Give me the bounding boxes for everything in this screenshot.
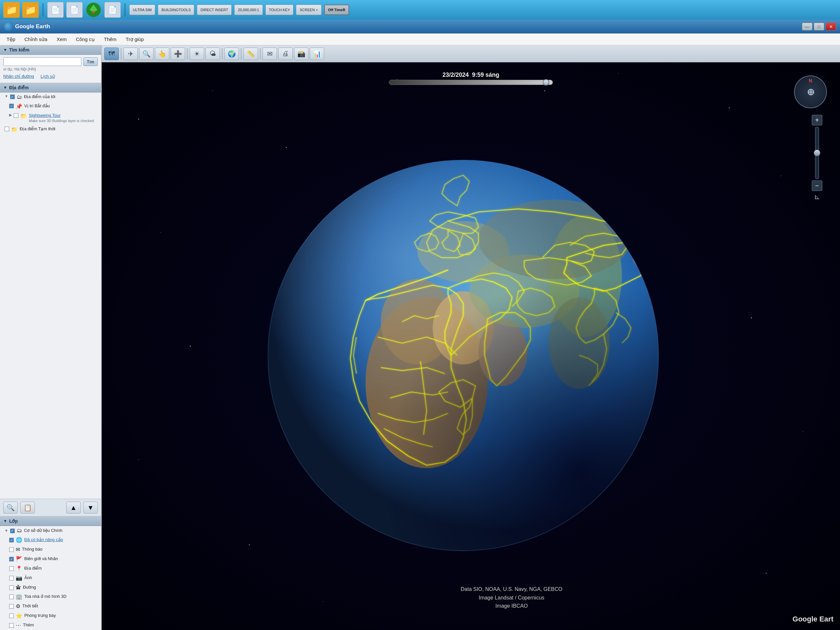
sunlight-button[interactable]: ☀ [189, 47, 204, 60]
upgrade-label[interactable]: Đã có bản nâng cấp [24, 537, 98, 543]
search-section-header[interactable]: ▼ Tìm kiếm [0, 45, 101, 55]
weather-checkbox[interactable] [9, 604, 14, 609]
compass-circle[interactable]: N ⊕ [794, 76, 827, 108]
photos-checkbox[interactable] [9, 576, 14, 581]
history-link[interactable]: Lịch sử [41, 74, 55, 79]
placemark-button[interactable]: ➕ [171, 47, 185, 60]
menu-edit[interactable]: Chỉnh sửa [21, 35, 52, 44]
taskbar-folder-icon-1[interactable]: 📁 [3, 2, 20, 18]
menu-file[interactable]: Tệp [3, 35, 19, 44]
start-location-item[interactable]: ✓ 📌 Vị trí Bắt đầu [0, 102, 101, 111]
roads-item[interactable]: 🛣 Đường [0, 583, 101, 592]
photos-item[interactable]: 📷 Ảnh [0, 573, 101, 583]
temp-places-checkbox[interactable] [5, 127, 9, 131]
more-item[interactable]: ⋯ Thêm [0, 621, 101, 630]
zoom-out-button[interactable]: − [812, 180, 822, 191]
move-down-button[interactable]: ▼ [83, 502, 98, 513]
taskbar-folder-icon-2[interactable]: 📁 [22, 2, 39, 18]
street-view-link[interactable]: Nhãn chỉ đường [3, 74, 34, 79]
my-places-item[interactable]: ▼ ✓ 🗂 Địa điểm của tôi [0, 93, 101, 102]
places-section-header[interactable]: ▼ Địa điểm [0, 83, 101, 93]
menu-help[interactable]: Trợ giúp [122, 35, 148, 44]
upgrade-item[interactable]: ✓ 🌐 Đã có bản nâng cấp [0, 535, 101, 545]
notifications-checkbox[interactable] [9, 547, 14, 552]
capture-button[interactable]: 📸 [294, 47, 308, 60]
taskbar-doc-icon-3[interactable]: 📄 [104, 2, 121, 18]
start-location-checkbox[interactable]: ✓ [9, 104, 14, 108]
sightseeing-expand-icon: ▶ [9, 113, 12, 117]
notifications-item[interactable]: ✉ Thông báo [0, 545, 101, 554]
buildings-checkbox[interactable] [9, 595, 14, 599]
main-db-item[interactable]: ▼ ✓ 🗂 Cơ sở dữ liệu Chính [0, 526, 101, 535]
sightseeing-checkbox[interactable] [14, 113, 18, 118]
scale-button[interactable]: 20,000,000:1 [234, 5, 262, 15]
toolbar-sep-5 [260, 48, 261, 59]
screen-button[interactable]: SCREEN + [296, 5, 321, 15]
email-button[interactable]: ✉ [262, 47, 277, 60]
off-timer-button[interactable]: Off TimeR [324, 5, 349, 15]
places-layer-checkbox[interactable] [9, 566, 14, 571]
places-layer-item[interactable]: 📍 Địa điểm [0, 564, 101, 573]
menu-view[interactable]: Xem [52, 35, 71, 43]
ruler-button[interactable]: 📏 [243, 47, 258, 60]
compass-arrows-icon[interactable]: ⊕ [807, 87, 815, 98]
borders-checkbox[interactable]: ✓ [9, 557, 14, 561]
search-button[interactable]: Tìm [83, 57, 98, 66]
chart-button[interactable]: 📊 [310, 47, 324, 60]
more-checkbox[interactable] [9, 623, 14, 628]
layers-arrow-icon: ▼ [3, 519, 7, 523]
title-bar: Google Earth — □ ✕ [0, 20, 840, 33]
compass[interactable]: N ⊕ [794, 76, 827, 108]
menu-bar: Tệp Chỉnh sửa Xem Công cụ Thêm Trợ giúp [0, 33, 840, 45]
roads-checkbox[interactable] [9, 585, 14, 590]
taskbar-doc-icon-2[interactable]: 📄 [66, 2, 83, 18]
globe-view-button[interactable]: 🌍 [224, 47, 239, 60]
search-input[interactable] [3, 57, 81, 66]
upgrade-checkbox[interactable]: ✓ [9, 538, 14, 542]
direct-insert-button[interactable]: DIRECT INSERT [197, 5, 232, 15]
ultra-sim-button[interactable]: ULTRA SIM [129, 5, 155, 15]
folder-view-button[interactable]: 📋 [21, 502, 35, 513]
places-section-title: Địa điểm [9, 85, 29, 90]
time-track[interactable] [389, 80, 553, 85]
sightseeing-item[interactable]: ▶ 📁 Sightseeing Tour Make sure 3D Buildi… [0, 111, 101, 125]
start-location-pin-icon: 📌 [16, 103, 22, 110]
weather-item[interactable]: ⚙ Thời tiết [0, 602, 101, 611]
zoom-knob[interactable] [814, 150, 820, 156]
gallery-checkbox[interactable] [9, 614, 14, 618]
move-up-button[interactable]: ▲ [66, 502, 81, 513]
gallery-item[interactable]: ⭐ Phòng trưng bày [0, 611, 101, 621]
close-button[interactable]: ✕ [826, 23, 836, 30]
layers-section-header[interactable]: ▼ Lớp [0, 516, 101, 526]
zoom-tilt-icon[interactable]: ⊾ [813, 192, 821, 202]
building-tools-button[interactable]: BUILDINGTOOLS [158, 5, 194, 15]
minimize-button[interactable]: — [802, 23, 812, 30]
menu-add[interactable]: Thêm [100, 35, 120, 43]
search-places-button[interactable]: 🔍 [3, 502, 18, 513]
maximize-button[interactable]: □ [814, 23, 824, 30]
attribution-line-2: Image Landsat / Copernicus [461, 594, 562, 602]
temp-places-item[interactable]: 📁 Địa điểm Tạm thời [0, 125, 101, 134]
map-view-button[interactable]: 🗺 [104, 47, 119, 60]
print-button[interactable]: 🖨 [278, 47, 293, 60]
taskbar-doc-icon-1[interactable]: 📄 [47, 2, 64, 18]
fly-to-button[interactable]: ✈ [123, 47, 138, 60]
map-area[interactable]: 🗺 ✈ 🔍 👆 ➕ ☀ 🌤 🌍 📏 ✉ 🖨 📸 📊 [102, 45, 840, 630]
touch-key-button[interactable]: TOUCH KEY [265, 5, 294, 15]
time-thumb[interactable] [543, 79, 549, 86]
menu-tools[interactable]: Công cụ [72, 35, 99, 44]
buildings-item[interactable]: 🏢 Toà nhà ở mô hình 3D [0, 592, 101, 602]
toolbar-sep-4 [241, 48, 242, 59]
main-db-checkbox[interactable]: ✓ [10, 529, 15, 533]
zoom-track[interactable] [815, 127, 819, 179]
weather-tool-button[interactable]: 🌤 [205, 47, 220, 60]
notifications-label: Thông báo [22, 547, 98, 552]
select-button[interactable]: 👆 [155, 47, 169, 60]
zoom-in-button[interactable]: + [812, 115, 822, 125]
sightseeing-link[interactable]: Sightseeing Tour [29, 113, 61, 118]
taskbar-app-icon[interactable] [85, 2, 102, 18]
borders-item[interactable]: ✓ 🚩 Biên giới và Nhãn [0, 554, 101, 564]
time-slider[interactable]: 23/2/2024 9:59 sáng [389, 71, 553, 85]
search-map-button[interactable]: 🔍 [139, 47, 153, 60]
my-places-checkbox[interactable]: ✓ [10, 95, 15, 99]
